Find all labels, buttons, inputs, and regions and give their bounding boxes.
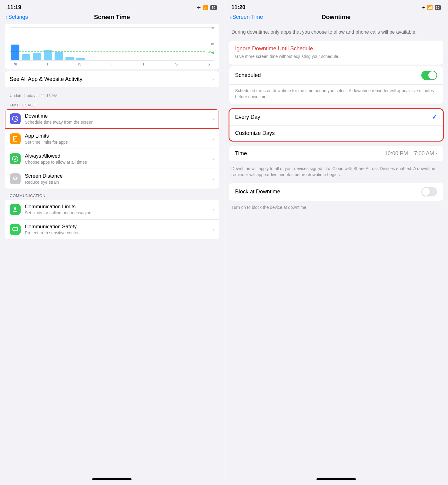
status-time-right: 11:20 [232, 4, 246, 11]
block-downtime-label: Block at Downtime [235, 189, 280, 195]
app-limits-title: App Limits [25, 133, 212, 139]
bar-mon [11, 45, 19, 60]
screen-distance-subtitle: Reduce eye strain [25, 180, 212, 185]
customize-days-label: Customize Days [235, 130, 275, 136]
day-thu: T [108, 62, 116, 66]
screen-distance-title: Screen Distance [25, 173, 212, 179]
comm-safety-title: Communication Safety [25, 224, 212, 230]
comm-limits-icon [10, 204, 21, 215]
home-bar-left [92, 478, 132, 480]
scheduled-toggle[interactable] [421, 71, 437, 80]
options-card: Every Day ✓ Customize Days [229, 109, 443, 141]
chart-area: 2h 1h avg [10, 27, 214, 61]
back-button-settings[interactable]: ‹ Settings [5, 14, 28, 21]
downtime-icon [10, 113, 21, 124]
list-item-downtime[interactable]: Downtime Schedule time away from the scr… [5, 109, 219, 129]
every-day-label: Every Day [235, 114, 260, 120]
day-tue: T [43, 62, 52, 66]
screen-distance-text: Screen Distance Reduce eye strain [25, 173, 212, 185]
list-item-always-allowed[interactable]: Always Allowed Choose apps to allow at a… [5, 149, 219, 169]
always-allowed-chevron-icon: › [212, 156, 214, 162]
bar-chart [10, 27, 86, 60]
comm-safety-subtitle: Protect from sensitive content [25, 230, 212, 235]
nav-bar-right: ‹ Screen Time Downtime [224, 12, 448, 24]
scheduled-label: Scheduled [235, 72, 261, 79]
time-description: Downtime will apply to all of your devic… [224, 163, 448, 183]
comm-safety-svg [12, 226, 18, 233]
time-row[interactable]: Time 10:00 PM – 7:00 AM › [229, 146, 443, 161]
comm-safety-chevron-icon: › [212, 226, 214, 233]
downtime-text: Downtime Schedule time away from the scr… [25, 113, 212, 125]
battery-left: 30 [210, 5, 216, 10]
bar-sun [76, 58, 85, 60]
status-time-left: 11:19 [7, 4, 21, 11]
downtime-description: During downtime, only apps that you choo… [224, 24, 448, 41]
airplane-icon-right: ✈ [421, 5, 425, 10]
downtime-svg [12, 115, 18, 122]
always-allowed-svg [12, 156, 18, 162]
toggle-knob [428, 71, 436, 79]
see-all-chevron-icon: › [212, 76, 214, 82]
see-all-row[interactable]: See All App & Website Activity › [5, 71, 219, 87]
screen-distance-svg [12, 176, 18, 182]
day-fri: F [140, 62, 149, 66]
option-customize-days[interactable]: Customize Days [229, 125, 443, 141]
limit-usage-list: Downtime Schedule time away from the scr… [5, 109, 219, 189]
chart-label-1h: 1h [210, 42, 214, 46]
list-item-screen-distance[interactable]: Screen Distance Reduce eye strain › [5, 169, 219, 189]
back-chevron-icon: ‹ [5, 14, 8, 21]
block-downtime-toggle[interactable] [421, 187, 437, 196]
left-content: 2h 1h avg M T W T [0, 24, 224, 475]
app-limits-svg [12, 135, 18, 142]
day-sun: S [204, 62, 213, 66]
every-day-checkmark-icon: ✓ [432, 113, 437, 121]
communication-list: Communication Limits Set limits for call… [5, 200, 219, 239]
svg-rect-9 [13, 227, 18, 231]
avg-label: avg [209, 50, 214, 54]
downtime-subtitle: Schedule time away from the screen [25, 120, 212, 125]
airplane-icon: ✈ [197, 5, 201, 10]
downtime-chevron-icon: › [212, 116, 214, 122]
time-label: Time [235, 150, 247, 157]
chart-label-2h: 2h [210, 26, 214, 30]
scheduled-desc-text: Scheduled turns on downtime for the time… [235, 88, 437, 100]
wifi-icon-right: 📶 [427, 5, 433, 10]
list-item-comm-safety[interactable]: Communication Safety Protect from sensit… [5, 220, 219, 239]
see-all-label: See All App & Website Activity [10, 76, 82, 82]
ignore-downtime-label: Ignore Downtime Until Schedule [235, 45, 437, 52]
block-downtime-card[interactable]: Block at Downtime [229, 183, 443, 201]
app-limits-subtitle: Set time limits for apps [25, 140, 212, 145]
time-chevron-icon: › [435, 150, 437, 157]
status-bar-right: 11:20 ✈ 📶 30 [224, 0, 448, 12]
ignore-downtime-card[interactable]: Ignore Downtime Until Schedule Give more… [229, 41, 443, 65]
bar-thu [44, 50, 52, 60]
screen-distance-chevron-icon: › [212, 176, 214, 182]
svg-line-2 [15, 119, 16, 119]
page-title-right: Downtime [322, 14, 351, 21]
comm-limits-title: Communication Limits [25, 204, 212, 210]
status-icons-right: ✈ 📶 30 [421, 5, 441, 10]
scheduled-desc-card: Scheduled turns on downtime for the time… [229, 85, 443, 104]
always-allowed-text: Always Allowed Choose apps to allow at a… [25, 153, 212, 165]
bar-tue [22, 54, 30, 60]
list-item-comm-limits[interactable]: Communication Limits Set limits for call… [5, 200, 219, 219]
updated-text: Updated today at 11:18 AM [0, 93, 224, 100]
app-limits-chevron-icon: › [212, 136, 214, 142]
battery-right: 30 [435, 5, 441, 10]
comm-safety-icon [10, 224, 21, 235]
back-chevron-icon-right: ‹ [230, 14, 232, 21]
downtime-title: Downtime [25, 113, 212, 119]
bar-fri [55, 52, 63, 60]
app-limits-text: App Limits Set time limits for apps [25, 133, 212, 145]
page-title-left: Screen Time [94, 14, 130, 21]
time-range: 10:00 PM – 7:00 AM [385, 150, 434, 157]
option-every-day[interactable]: Every Day ✓ [229, 109, 443, 125]
scheduled-toggle-row[interactable]: Scheduled [229, 66, 443, 85]
comm-safety-text: Communication Safety Protect from sensit… [25, 224, 212, 235]
list-item-app-limits[interactable]: App Limits Set time limits for apps › [5, 129, 219, 149]
back-button-screen-time[interactable]: ‹ Screen Time [230, 14, 263, 21]
app-limits-icon [10, 133, 21, 144]
always-allowed-subtitle: Choose apps to allow at all times [25, 160, 212, 165]
usage-chart-card: 2h 1h avg M T W T [5, 24, 219, 69]
comm-limits-subtitle: Set limits for calling and messaging [25, 210, 212, 215]
